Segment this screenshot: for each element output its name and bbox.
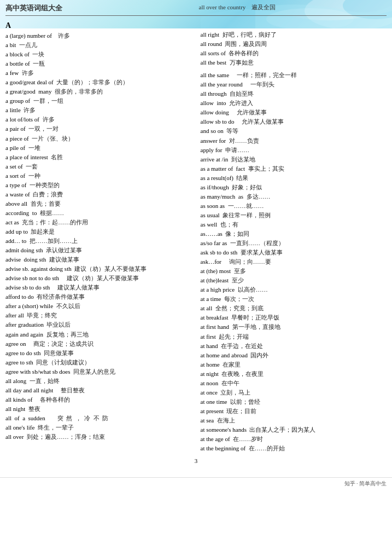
entry-en: all day and all night xyxy=(5,387,53,393)
entry-zh: 同意（计划或建议） xyxy=(33,359,91,366)
left-entry-9: a lot of/lots of 许多 xyxy=(5,115,192,124)
entry-zh: 立刻，马上 xyxy=(218,389,251,396)
entry-en: at first hand xyxy=(201,323,230,330)
entry-en: advise sb not to do sth xyxy=(5,275,59,281)
entry-en: a pair of xyxy=(5,125,26,132)
entry-en: all kinds of xyxy=(5,396,33,403)
left-entry-17: a waste of 白费；浪费 xyxy=(5,190,192,199)
entry-zh: 到处；遍及……；浑身；结束 xyxy=(24,433,105,440)
left-entry-0: a (large) number of 许多 xyxy=(5,31,192,40)
left-entry-31: after graduation 毕业以后 xyxy=(5,320,192,329)
left-entry-8: a little 许多 xyxy=(5,106,192,115)
column-spacer xyxy=(201,19,387,30)
entry-zh: 在……岁时 xyxy=(230,436,264,442)
entry-zh: 好吧，行吧，病好了 xyxy=(219,31,277,38)
right-entry-19: as soon as 一……就…… xyxy=(201,201,387,211)
entry-en: ask sb to do sth xyxy=(201,249,238,256)
left-entry-24: advise doing sth 建议做某事 xyxy=(5,255,192,264)
entry-en: a great/good many xyxy=(5,88,52,95)
entry-en: a little xyxy=(5,107,21,113)
footer-source: 知乎 · 简单高中生 xyxy=(344,480,387,488)
footer: 知乎 · 简单高中生 xyxy=(0,477,392,490)
left-column: A a (large) number of 许多a bit 一点儿a block… xyxy=(5,19,196,453)
entry-en: at someone's hands xyxy=(201,426,247,433)
right-entry-17: as if/though 好象；好似 xyxy=(201,183,387,192)
entry-en: as soon as xyxy=(201,202,225,209)
entry-zh: 对……负责 xyxy=(226,137,259,144)
entry-zh: 建议（劝）某人不要做某事 xyxy=(72,265,147,272)
entry-en: a few xyxy=(5,69,19,76)
entry-en: at home xyxy=(201,361,220,368)
entry-en: advise doing sth xyxy=(5,256,46,263)
right-entry-26: at (the) most 至多 xyxy=(201,266,387,276)
header: 高中英语词组大全 all over the country 遍及全国 xyxy=(0,0,392,14)
entry-en: at the beginning of xyxy=(201,445,246,451)
entry-zh: 也；有 xyxy=(217,221,238,228)
entry-zh: 第一手地，直接地 xyxy=(229,323,280,330)
right-entry-21: as well 也；有 xyxy=(201,220,387,229)
right-entry-14: arrive at /in 到达某地 xyxy=(201,155,387,164)
entry-zh: 整日整夜 xyxy=(53,387,85,393)
entry-zh: 一块 xyxy=(30,51,45,57)
right-entry-31: at breakfast 早餐时；正吃早饭 xyxy=(201,313,387,322)
entry-zh: 早餐时；正吃早饭 xyxy=(229,314,280,321)
right-entry-45: at the beginning of 在……的开始 xyxy=(201,444,387,453)
entry-en: a piece of xyxy=(5,135,29,142)
entry-en: a block of xyxy=(5,51,30,57)
left-entry-14: a set of 一套 xyxy=(5,162,192,171)
entry-en: all of a sudden xyxy=(5,415,45,421)
entry-en: a (large) number of xyxy=(5,32,52,39)
entry-zh: 白费；浪费 xyxy=(30,191,63,198)
right-entry-25: ask…for 询问；向……要 xyxy=(201,257,387,266)
entry-en: at all xyxy=(201,305,213,311)
left-entry-19: according to 根据…… xyxy=(5,208,192,218)
right-entry-12: answer for 对……负责 xyxy=(201,136,387,146)
entry-zh: 毕竟；终究 xyxy=(24,312,57,318)
entry-zh: 一群，一组 xyxy=(30,97,63,104)
left-entry-18: above all 首先；首要 xyxy=(5,199,192,208)
entry-zh: 反复地；再三地 xyxy=(43,331,89,338)
entry-zh: 以高价…… xyxy=(235,286,268,293)
right-entry-2: all sorts of 各种各样的 xyxy=(201,49,387,58)
right-entry-24: ask sb to do sth 要求某人做某事 xyxy=(201,248,387,257)
left-entry-10: a pair of 一双，一对 xyxy=(5,124,192,134)
entry-zh: 一样；照样，完全一样 xyxy=(229,72,297,78)
right-entry-11: and so on 等等 xyxy=(201,126,387,136)
left-entry-12: a pile of 一堆 xyxy=(5,143,192,153)
right-entry-16: as a result(of) 结果 xyxy=(201,173,387,183)
right-entry-44: at the age of 在……岁时 xyxy=(201,434,387,444)
left-entry-37: all along 一直，始终 xyxy=(5,376,192,386)
right-entry-39: at once 立刻，马上 xyxy=(201,388,387,397)
entry-en: afford to do xyxy=(5,293,34,300)
entry-en: as/so far as xyxy=(201,240,227,246)
page: 高中英语词组大全 all over the country 遍及全国 A a (… xyxy=(0,0,392,533)
right-entry-8: allow into 允许进入 xyxy=(201,99,387,108)
left-entry-22: add… to 把……加到……上 xyxy=(5,236,192,246)
entry-en: after a (short) while xyxy=(5,303,53,309)
right-entry-30: at all 全然；究竟；到底 xyxy=(201,304,387,313)
entry-zh: 在……的开始 xyxy=(245,445,285,451)
right-entry-3: all the best 万事如意 xyxy=(201,58,387,67)
entry-zh: 允许进入 xyxy=(226,100,254,106)
left-entry-13: a place of interest 名胜 xyxy=(5,153,192,162)
right-entry-34: at hand 在手边，在近处 xyxy=(201,341,387,351)
entry-zh: 商定；决定；达成共识 xyxy=(26,340,94,347)
entry-zh: 以前；曾经 xyxy=(227,398,260,405)
entry-zh: 万事如意 xyxy=(226,59,254,66)
entry-en: admit doing sth xyxy=(5,247,43,253)
entry-zh: 建议（劝）某人不要做某事 xyxy=(59,275,139,281)
left-entry-30: after all 毕竟；终究 xyxy=(5,311,192,320)
entry-zh: 整夜 xyxy=(25,405,40,412)
entry-zh: 承认做过某事 xyxy=(43,247,82,253)
right-entry-27: at (the)least 至少 xyxy=(201,276,387,285)
entry-en: a waste of xyxy=(5,191,30,198)
left-entry-28: afford to do 有经济条件做某事 xyxy=(5,292,192,302)
entry-en: all the best xyxy=(201,59,227,66)
entry-zh: 允许某人做某事 xyxy=(235,118,284,125)
entry-en: at first xyxy=(201,333,216,340)
entry-zh: 毕业以后 xyxy=(44,321,71,328)
entry-en: a bit xyxy=(5,42,16,48)
entry-zh: 事实上；其实 xyxy=(245,165,284,172)
entry-zh: 出自某人之手；因为某人 xyxy=(247,426,316,433)
entry-zh: 一片（张、块） xyxy=(29,135,74,142)
